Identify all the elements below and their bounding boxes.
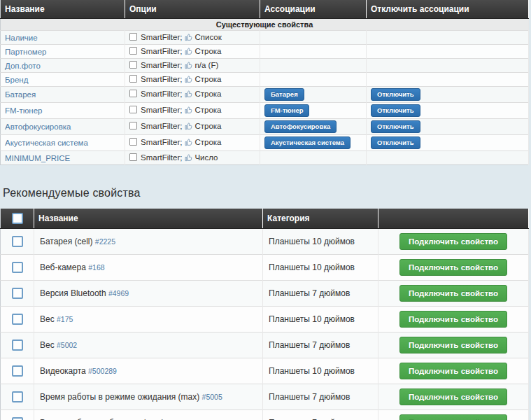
smartfilter-checkbox[interactable] [129, 90, 137, 97]
smartfilter-checkbox[interactable] [129, 122, 137, 130]
property-association-cell: FM-тюнер [260, 103, 367, 119]
disable-association-button[interactable]: Отключить [371, 104, 420, 117]
recommended-section-title: Рекомендуемые свойства [3, 187, 531, 200]
row-checkbox[interactable] [12, 262, 23, 273]
association-badge[interactable]: Автофокусировка [264, 120, 337, 133]
disable-association-button[interactable]: Отключить [371, 120, 420, 133]
connect-property-button[interactable]: Подключить свойство [399, 285, 507, 302]
property-name-cell: Наличие [1, 31, 125, 45]
association-badge[interactable]: FM-тюнер [264, 104, 309, 117]
recommended-property-id-link[interactable]: #5002 [57, 341, 77, 349]
connect-property-button[interactable]: Подключить свойство [399, 414, 507, 420]
property-name-link[interactable]: Батарея [5, 90, 36, 99]
property-options-cell: SmartFilter;Строка [125, 119, 260, 135]
recommended-property-name: Время работы в режиме ожидания (max) [40, 392, 202, 402]
disable-association-button[interactable]: Отключить [371, 136, 420, 149]
property-name-link[interactable]: Наличие [5, 34, 38, 42]
row-checkbox[interactable] [12, 365, 23, 377]
disable-association-button[interactable]: Отключить [371, 88, 420, 101]
property-name-link[interactable]: MINIMUM_PRICE [5, 154, 70, 162]
row-checkbox[interactable] [12, 236, 23, 247]
property-association-cell [260, 31, 367, 45]
recommended-category-cell: Планшеты 10 дюймов [263, 307, 378, 332]
recommended-property-id-link[interactable]: #500289 [88, 367, 117, 375]
recommended-property-row: Время работы в режиме ожидания (max) #50… [1, 384, 529, 410]
association-badge[interactable]: Батарея [264, 88, 304, 101]
recommended-property-id-link[interactable]: #2225 [95, 237, 115, 246]
recommended-action-cell: Подключить свойство [378, 410, 529, 420]
property-association-cell [260, 59, 367, 73]
thumbs-up-icon [185, 122, 192, 132]
option-type-label: Строка [194, 106, 221, 114]
column-header-recommended-category: Категория [263, 209, 378, 229]
smartfilter-label: SmartFilter; [141, 153, 182, 162]
option-type-label: Строка [194, 90, 221, 98]
row-checkbox-cell [1, 255, 34, 281]
connect-property-button[interactable]: Подключить свойство [399, 311, 507, 328]
property-disable-cell [367, 45, 529, 59]
smartfilter-checkbox[interactable] [129, 106, 137, 113]
recommended-property-name: Версия Bluetooth [40, 288, 108, 298]
recommended-property-id-link[interactable]: #175 [57, 315, 73, 323]
smartfilter-checkbox[interactable] [129, 33, 137, 41]
smartfilter-checkbox[interactable] [129, 75, 137, 83]
property-name-link[interactable]: Доп.фото [5, 62, 41, 70]
property-disable-cell: Отключить [367, 103, 529, 119]
property-name-cell: Партномер [1, 45, 125, 59]
property-name-cell: Акустическая система [1, 135, 125, 151]
smartfilter-checkbox[interactable] [129, 47, 137, 55]
smartfilter-checkbox[interactable] [129, 61, 137, 69]
option-type-label: Строка [194, 47, 221, 55]
row-checkbox[interactable] [12, 391, 23, 402]
recommended-category-cell: Планшеты 10 дюймов [263, 255, 378, 281]
recommended-property-id-link[interactable]: #4969 [108, 289, 129, 298]
property-name-cell: Батарея [1, 87, 125, 103]
thumbs-up-icon [185, 34, 192, 43]
recommended-action-cell: Подключить свойство [378, 281, 529, 307]
connect-property-button[interactable]: Подключить свойство [399, 259, 507, 276]
recommended-name-cell: Батарея (cell) #2225 [34, 229, 263, 255]
property-name-link[interactable]: Партномер [5, 48, 47, 56]
connect-property-button[interactable]: Подключить свойство [399, 388, 507, 405]
row-checkbox[interactable] [12, 417, 23, 420]
property-options-cell: SmartFilter;Строка [125, 73, 260, 87]
property-disable-cell [367, 151, 529, 165]
recommended-name-cell: Вес #5002 [34, 332, 263, 358]
row-checkbox[interactable] [12, 340, 23, 351]
option-type-label: Строка [194, 138, 221, 146]
smartfilter-checkbox[interactable] [129, 138, 137, 146]
section-row: Существующие свойства [1, 19, 529, 31]
select-all-checkbox[interactable] [12, 213, 23, 224]
recommended-property-row: Вес #175 Планшеты 10 дюймов Подключить с… [1, 307, 529, 332]
row-checkbox[interactable] [12, 288, 23, 299]
select-all-header-cell [1, 209, 34, 229]
row-checkbox-cell [1, 281, 34, 307]
row-checkbox-cell [1, 229, 34, 255]
recommended-name-cell: Версия Bluetooth #4969 [34, 281, 263, 307]
recommended-property-row: Видеокарта #500289 Планшеты 10 дюймов По… [1, 358, 529, 384]
recommended-property-id-link[interactable]: #5005 [202, 393, 222, 401]
recommended-property-row: Версия Bluetooth #4969 Планшеты 7 дюймов… [1, 281, 529, 307]
thumbs-up-icon [185, 62, 192, 71]
connect-property-button[interactable]: Подключить свойство [399, 233, 507, 250]
property-disable-cell: Отключить [367, 135, 529, 151]
smartfilter-label: SmartFilter; [141, 138, 182, 146]
property-name-link[interactable]: FM-тюнер [5, 106, 42, 115]
row-checkbox-cell [1, 384, 34, 410]
connect-property-button[interactable]: Подключить свойство [399, 337, 507, 354]
row-checkbox-cell [1, 410, 34, 420]
property-association-cell [260, 45, 367, 59]
property-name-link[interactable]: Бренд [5, 76, 28, 84]
association-badge[interactable]: Акустическая система [264, 136, 351, 149]
smartfilter-checkbox[interactable] [129, 153, 137, 161]
recommended-category-label: Планшеты 7 дюймов [269, 392, 350, 402]
thumbs-up-icon [185, 48, 192, 57]
thumbs-up-icon [185, 106, 192, 115]
recommended-property-id-link[interactable]: #168 [88, 263, 104, 272]
row-checkbox-cell [1, 358, 34, 384]
thumbs-up-icon [185, 76, 192, 85]
connect-property-button[interactable]: Подключить свойство [399, 363, 507, 379]
property-name-link[interactable]: Автофокусировка [5, 122, 71, 131]
row-checkbox[interactable] [12, 314, 23, 325]
property-name-link[interactable]: Акустическая система [5, 139, 88, 147]
